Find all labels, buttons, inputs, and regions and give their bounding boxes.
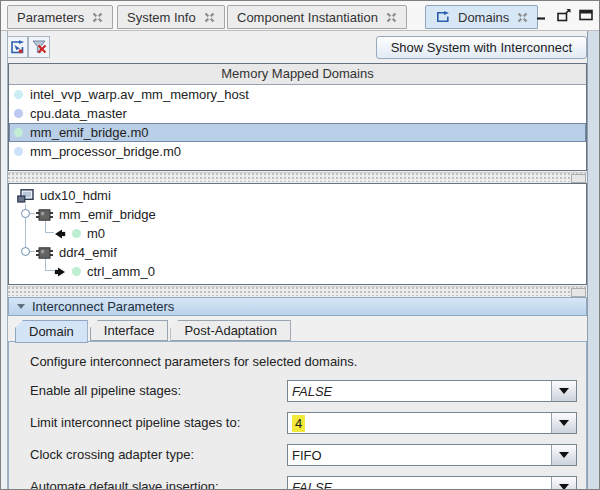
maximize-icon[interactable] [578,8,593,22]
tree-node-label: ctrl_amm_0 [87,264,155,279]
splitter-grip[interactable] [571,288,586,297]
tree-root-node[interactable]: udx10_hdmi [17,186,111,205]
tab-label: Domains [458,10,509,25]
detach-x-icon[interactable] [517,12,528,23]
right-panel-edge [587,31,599,489]
tree-node-label: ddr4_emif [59,245,117,260]
domains-dock-window: Parameters System Info Component Instant… [0,0,600,490]
module-chip-icon [36,247,53,259]
editor-tab-bar: Parameters System Info Component Instant… [1,1,599,31]
automate-default-slave-combo[interactable]: FALSE [287,476,577,490]
domains-toolbar: Show System with Interconnect [1,31,599,63]
tab-label: Domain [29,324,74,339]
tree-node-interface[interactable]: ctrl_amm_0 [54,262,155,281]
tab-component-instantiation[interactable]: Component Instantiation [227,5,407,29]
clear-filter-button[interactable] [28,36,50,58]
detach-x-icon[interactable] [386,12,397,23]
agent-interface-plug-icon [54,266,66,278]
combo-dropdown-button[interactable] [551,381,576,401]
combo-value: 4 [288,413,551,433]
domain-dot-icon [14,147,23,156]
chevron-down-icon [559,484,569,490]
panel-description: Configure interconnect parameters for se… [30,354,357,369]
highlight-domain-button[interactable] [6,36,28,58]
tree-expand-handle[interactable] [21,209,30,218]
collapse-triangle-icon [17,304,25,309]
window-controls [534,8,593,22]
interconnect-tabs: Domain Interface Post-Adaptation [15,320,293,342]
highlight-domain-in-system-icon [9,40,25,55]
domain-label: cpu.data_master [30,106,127,121]
domain-dot-icon [14,128,23,137]
tree-node-interface[interactable]: m0 [54,224,105,243]
field-label: Clock crossing adapter type: [30,444,194,466]
tree-node-label: udx10_hdmi [40,188,111,203]
host-interface-plug-icon [54,228,66,240]
interface-dot-icon [72,229,81,238]
splitter-handle[interactable] [8,172,587,182]
tab-label: System Info [127,10,196,25]
section-title: Interconnect Parameters [32,299,174,314]
system-icon [17,189,34,203]
float-window-icon[interactable] [556,8,571,22]
left-panel-edge [1,31,8,489]
limit-pipeline-stages-combo[interactable]: 4 [287,412,577,434]
chevron-down-icon [559,420,569,426]
field-label: Limit interconnect pipeline stages to: [30,412,240,434]
domain-row[interactable]: mm_processor_bridge.m0 [9,142,586,161]
domain-label: mm_emif_bridge.m0 [30,125,149,140]
domain-label: intel_vvp_warp.av_mm_memory_host [30,87,249,102]
tree-line [45,270,54,271]
tab-label: Post-Adaptation [184,323,277,338]
module-chip-icon [36,209,53,221]
system-hierarchy-tree: udx10_hdmi mm_emif_bridge m0 [8,183,587,285]
domains-loop-arrow-icon [435,11,450,23]
tree-line [45,232,54,233]
highlighted-value: 4 [292,415,305,432]
chevron-down-icon [559,452,569,458]
combo-value: FALSE [288,381,551,401]
tab-domain[interactable]: Domain [15,320,88,343]
tree-node-module[interactable]: mm_emif_bridge [36,205,156,224]
clear-filter-icon [32,40,47,54]
field-label: Enable all pipeline stages: [30,380,181,402]
splitter-grip[interactable] [571,174,586,183]
tab-interface[interactable]: Interface [90,320,169,341]
tab-label: Parameters [17,10,84,25]
tree-node-label: mm_emif_bridge [59,207,156,222]
clock-crossing-adapter-combo[interactable]: FIFO [287,444,577,466]
domain-row[interactable]: cpu.data_master [9,104,586,123]
show-system-with-interconnect-button[interactable]: Show System with Interconnect [376,36,587,59]
list-header: Memory Mapped Domains [9,64,586,85]
domain-dot-icon [14,90,23,99]
enable-all-pipeline-stages-combo[interactable]: FALSE [287,380,577,402]
domain-dot-icon [14,109,23,118]
domain-row-selected[interactable]: mm_emif_bridge.m0 [9,123,586,142]
tab-domains[interactable]: Domains [425,5,538,29]
domain-tab-panel: Configure interconnect parameters for se… [8,341,587,490]
detach-x-icon[interactable] [204,12,215,23]
tab-parameters[interactable]: Parameters [7,5,113,29]
combo-dropdown-button[interactable] [551,413,576,433]
combo-dropdown-button[interactable] [551,477,576,490]
chevron-down-icon [559,388,569,394]
interface-dot-icon [72,267,81,276]
combo-value: FALSE [288,477,551,490]
memory-mapped-domains-list: Memory Mapped Domains intel_vvp_warp.av_… [8,63,587,171]
domain-row[interactable]: intel_vvp_warp.av_mm_memory_host [9,85,586,104]
detach-x-icon[interactable] [92,12,103,23]
splitter-handle[interactable] [8,286,587,296]
domain-label: mm_processor_bridge.m0 [30,144,181,159]
tab-label: Interface [104,323,155,338]
tree-node-module[interactable]: ddr4_emif [36,243,117,262]
field-label: Automate default slave insertion: [30,476,219,490]
tab-label: Component Instantiation [237,10,378,25]
combo-value: FIFO [288,445,551,465]
interconnect-parameters-header[interactable]: Interconnect Parameters [8,297,587,316]
tab-post-adaptation[interactable]: Post-Adaptation [170,320,291,341]
combo-dropdown-button[interactable] [551,445,576,465]
tab-system-info[interactable]: System Info [117,5,225,29]
tree-node-label: m0 [87,226,105,241]
minimize-icon[interactable] [534,8,549,22]
tree-expand-handle[interactable] [21,247,30,256]
